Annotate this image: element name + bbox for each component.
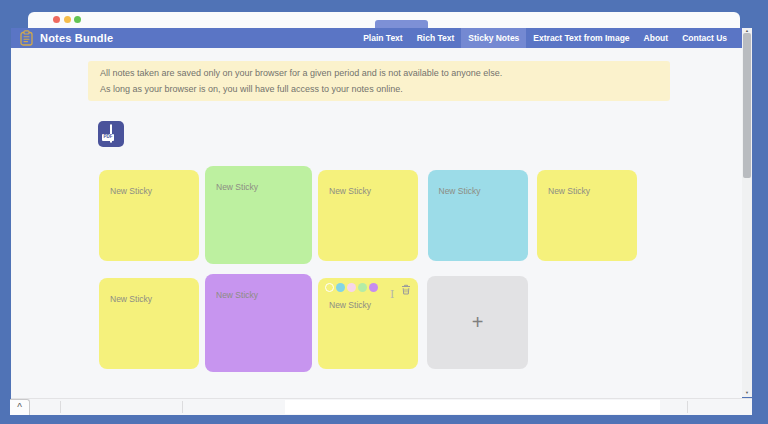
nav-items: Plain TextRich TextSticky NotesExtract T… [356, 28, 742, 48]
notice-line-2: As long as your browser is on, you will … [100, 81, 658, 97]
note-label: New Sticky [329, 186, 418, 196]
app-window: Notes Bundle Plain TextRich TextSticky N… [0, 0, 768, 424]
trash-icon[interactable] [401, 284, 411, 295]
nav-item-contact-us[interactable]: Contact Us [675, 28, 734, 48]
window-controls [53, 16, 81, 23]
note-label: New Sticky [329, 300, 418, 310]
close-button[interactable] [53, 16, 60, 23]
plus-icon: + [472, 312, 484, 332]
note-label: New Sticky [110, 294, 199, 304]
sticky-note[interactable]: New Sticky [205, 274, 312, 372]
note-label: New Sticky [439, 186, 528, 196]
sticky-note[interactable]: New Sticky [99, 170, 199, 261]
notice-banner: All notes taken are saved only on your b… [88, 61, 670, 101]
sticky-note[interactable]: New Sticky I [318, 278, 418, 369]
note-label: New Sticky [110, 186, 199, 196]
sticky-note[interactable]: New Sticky [537, 170, 637, 261]
note-toolbar [318, 278, 418, 295]
nav-item-rich-text[interactable]: Rich Text [410, 28, 462, 48]
statusbar: ^ [11, 398, 752, 415]
statusbar-divider [687, 401, 688, 413]
save-as-pdf-button[interactable]: PDF [98, 121, 124, 147]
nav-item-sticky-notes[interactable]: Sticky Notes [461, 28, 526, 48]
brand-link[interactable]: Notes Bundle [11, 28, 113, 48]
navbar: Notes Bundle Plain TextRich TextSticky N… [11, 28, 742, 48]
sticky-note[interactable]: New Sticky [205, 166, 312, 264]
notice-line-1: All notes taken are saved only on your b… [100, 65, 658, 81]
nav-item-about[interactable]: About [637, 28, 676, 48]
statusbar-divider [60, 401, 61, 413]
palette-color-dot[interactable] [336, 283, 345, 292]
palette-color-dot[interactable] [325, 283, 334, 292]
note-color-palette [325, 283, 378, 292]
chevron-up-icon: ^ [17, 401, 22, 415]
vertical-scrollbar[interactable]: ▲ ▼ [742, 28, 752, 397]
note-label: New Sticky [216, 290, 312, 300]
palette-color-dot[interactable] [347, 283, 356, 292]
note-label: New Sticky [216, 182, 312, 192]
nav-item-plain-text[interactable]: Plain Text [356, 28, 410, 48]
text-cursor-icon: I [390, 288, 394, 301]
expand-panel-button[interactable]: ^ [10, 399, 30, 415]
statusbar-field [285, 400, 660, 414]
statusbar-divider [182, 401, 183, 413]
minimize-button[interactable] [64, 16, 71, 23]
sticky-note[interactable]: New Sticky [428, 170, 528, 261]
clipboard-icon [19, 30, 34, 46]
zoom-button[interactable] [74, 16, 81, 23]
sticky-note[interactable]: New Sticky [99, 278, 199, 369]
palette-color-dot[interactable] [358, 283, 367, 292]
add-note-button[interactable]: + [427, 276, 528, 369]
brand-title: Notes Bundle [40, 32, 113, 44]
nav-item-extract-text-from-image[interactable]: Extract Text from Image [526, 28, 636, 48]
note-label: New Sticky [548, 186, 637, 196]
pdf-tag-label: PDF [102, 134, 114, 141]
scrollbar-thumb[interactable] [743, 33, 751, 178]
palette-color-dot[interactable] [369, 283, 378, 292]
scroll-down-icon[interactable]: ▼ [742, 390, 752, 396]
sticky-note[interactable]: New Sticky [318, 170, 418, 261]
